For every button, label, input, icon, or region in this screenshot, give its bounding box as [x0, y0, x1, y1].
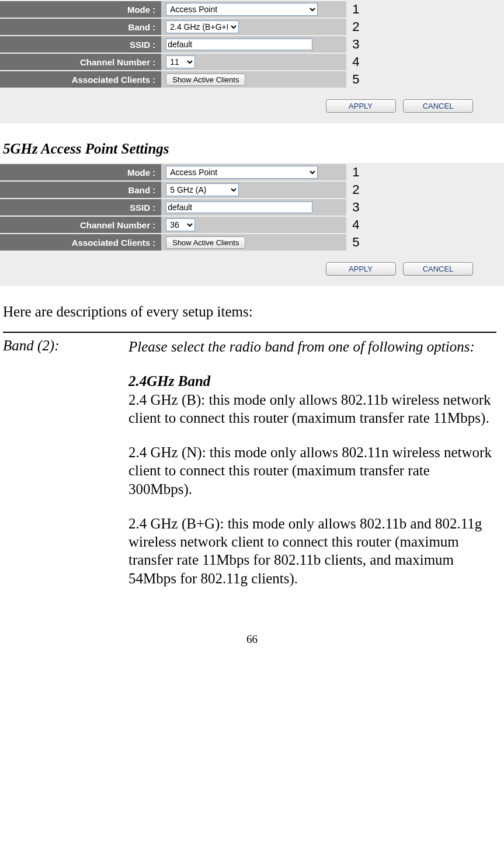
row-number: 3 — [346, 36, 368, 53]
desc-p4: 2.4 GHz (B+G): this mode only allows 802… — [128, 514, 496, 587]
row24-value-cell: Access Point — [161, 1, 346, 18]
row24-label: Band : — [0, 19, 161, 35]
action-row-24ghz: APPLY CANCEL — [0, 89, 482, 113]
row24-value-cell: 11 — [161, 54, 346, 70]
row5-row: Associated Clients :Show Active Clients5 — [0, 234, 368, 251]
row5-select[interactable]: 5 GHz (A) — [166, 183, 239, 196]
section-title-5ghz: 5GHz Access Point Settings — [3, 141, 504, 157]
action-row-5ghz: APPLY CANCEL — [0, 252, 482, 276]
row5-input[interactable] — [166, 201, 312, 213]
row5-value-cell: 36 — [161, 217, 346, 233]
row24-select[interactable]: 11 — [166, 55, 195, 68]
row24-value-cell: 2.4 GHz (B+G+N) — [161, 19, 346, 35]
row-number: 3 — [346, 199, 368, 215]
row24-label: Associated Clients : — [0, 71, 161, 88]
settings-table-5ghz: Mode :Access Point1Band :5 GHz (A)2SSID … — [0, 163, 368, 252]
settings-panel-5ghz: Mode :Access Point1Band :5 GHz (A)2SSID … — [0, 163, 504, 286]
desc-p1: Please select the radio band from one of… — [128, 338, 496, 356]
row24-row: Channel Number :114 — [0, 54, 368, 70]
row5-value-cell: Show Active Clients — [161, 234, 346, 251]
description-label: Band (2): — [3, 332, 128, 604]
row5-row: Channel Number :364 — [0, 217, 368, 233]
show-active-clients-button[interactable]: Show Active Clients — [166, 74, 245, 86]
row24-row: SSID :3 — [0, 36, 368, 53]
row24-row: Mode :Access Point1 — [0, 1, 368, 18]
row24-select[interactable]: Access Point — [166, 3, 318, 16]
row5-row: Mode :Access Point1 — [0, 164, 368, 180]
row-number: 2 — [346, 19, 368, 35]
row24-row: Associated Clients :Show Active Clients5 — [0, 71, 368, 88]
row24-label: Channel Number : — [0, 54, 161, 70]
cancel-button[interactable]: CANCEL — [403, 99, 473, 113]
row5-label: Mode : — [0, 164, 161, 180]
show-active-clients-button[interactable]: Show Active Clients — [166, 237, 245, 249]
row-number: 5 — [346, 234, 368, 251]
row24-value-cell — [161, 36, 346, 53]
row5-label: Band : — [0, 182, 161, 198]
row24-row: Band :2.4 GHz (B+G+N)2 — [0, 19, 368, 35]
row5-value-cell — [161, 199, 346, 215]
row5-value-cell: Access Point — [161, 164, 346, 180]
page-number: 66 — [0, 633, 504, 646]
row24-input[interactable] — [166, 39, 312, 50]
row-number: 2 — [346, 182, 368, 198]
row24-value-cell: Show Active Clients — [161, 71, 346, 88]
row-number: 5 — [346, 71, 368, 88]
row5-select[interactable]: 36 — [166, 218, 195, 231]
row5-label: SSID : — [0, 199, 161, 215]
row-number: 1 — [346, 1, 368, 18]
row-number: 4 — [346, 54, 368, 70]
desc-p2: 2.4 GHz (B): this mode only allows 802.1… — [128, 391, 496, 427]
row24-label: Mode : — [0, 1, 161, 18]
row-number: 4 — [346, 217, 368, 233]
row-number: 1 — [346, 164, 368, 180]
apply-button[interactable]: APPLY — [326, 99, 396, 113]
row5-select[interactable]: Access Point — [166, 166, 318, 179]
description-intro: Here are descriptions of every setup ite… — [3, 304, 504, 320]
description-table: Band (2): Please select the radio band f… — [3, 332, 496, 604]
row24-select[interactable]: 2.4 GHz (B+G+N) — [166, 20, 239, 33]
cancel-button[interactable]: CANCEL — [403, 262, 473, 276]
row5-value-cell: 5 GHz (A) — [161, 182, 346, 198]
desc-subhead: 2.4GHz Band — [128, 373, 210, 389]
row5-label: Channel Number : — [0, 217, 161, 233]
settings-table-24ghz: Mode :Access Point1Band :2.4 GHz (B+G+N)… — [0, 0, 368, 89]
row5-label: Associated Clients : — [0, 234, 161, 251]
row5-row: SSID :3 — [0, 199, 368, 215]
row5-row: Band :5 GHz (A)2 — [0, 182, 368, 198]
row24-label: SSID : — [0, 36, 161, 53]
apply-button[interactable]: APPLY — [326, 262, 396, 276]
description-body: Please select the radio band from one of… — [128, 332, 496, 604]
desc-p3: 2.4 GHz (N): this mode only allows 802.1… — [128, 443, 496, 498]
settings-panel-24ghz: Mode :Access Point1Band :2.4 GHz (B+G+N)… — [0, 0, 504, 123]
